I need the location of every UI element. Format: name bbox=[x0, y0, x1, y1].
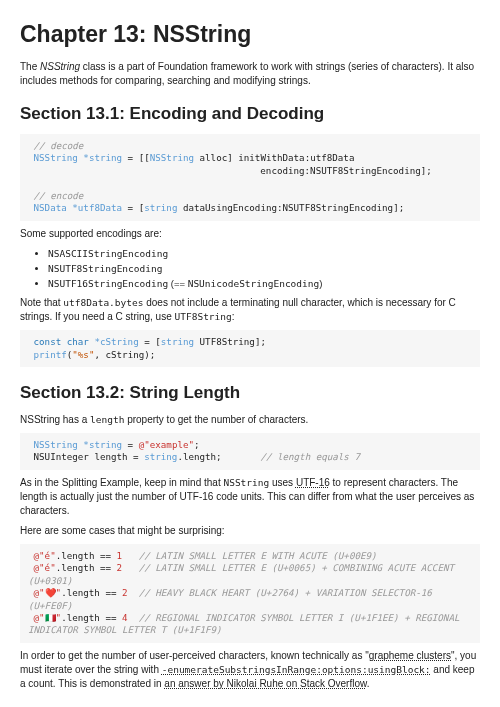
t: .length == bbox=[61, 587, 122, 598]
link[interactable]: UTF-16 bbox=[296, 477, 330, 488]
t: . bbox=[367, 678, 370, 689]
code-block-surprising: @"é".length == 1 // LATIN SMALL LETTER E… bbox=[20, 544, 480, 643]
inline-code: NSString bbox=[223, 477, 269, 488]
t: uses bbox=[269, 477, 296, 488]
code-comment: // encode bbox=[28, 190, 83, 201]
t: = [[ bbox=[122, 152, 150, 163]
t: @"é" bbox=[28, 562, 56, 573]
t: printf bbox=[28, 349, 67, 360]
t: ; bbox=[194, 439, 200, 450]
t: const bbox=[28, 336, 61, 347]
code-block-encoding: // decode NSString *string = [[NSString … bbox=[20, 134, 480, 221]
t: // length equals 7 bbox=[260, 451, 360, 462]
encoding-list: NSASCIIStringEncoding NSUTF8StringEncodi… bbox=[20, 247, 480, 291]
t: NSString bbox=[28, 152, 78, 163]
t: : bbox=[232, 311, 235, 322]
intro-paragraph: The NSString class is a part of Foundati… bbox=[20, 60, 480, 88]
t: string bbox=[161, 336, 194, 347]
paragraph: In order to get the number of user-perce… bbox=[20, 649, 480, 691]
t: @"example" bbox=[139, 439, 194, 450]
t: char bbox=[61, 336, 89, 347]
link[interactable]: grapheme clusters bbox=[369, 650, 451, 661]
t: string bbox=[144, 451, 177, 462]
t: *cString bbox=[89, 336, 139, 347]
list-item: NSUTF16StringEncoding (== NSUnicodeStrin… bbox=[48, 277, 480, 290]
t: string bbox=[144, 202, 177, 213]
code-comment: // decode bbox=[28, 140, 83, 151]
t: = bbox=[122, 439, 139, 450]
code-block-cstring: const char *cString = [string UTF8String… bbox=[20, 330, 480, 367]
t: As in the Splitting Example, keep in min… bbox=[20, 477, 223, 488]
list-item: NSASCIIStringEncoding bbox=[48, 247, 480, 260]
t: UTF8String]; bbox=[194, 336, 266, 347]
inline-code: length bbox=[90, 414, 124, 425]
text: class is a part of Foundation framework … bbox=[20, 61, 474, 86]
t: dataUsingEncoding:NSUTF8StringEncoding]; bbox=[177, 202, 404, 213]
list-item: NSUTF8StringEncoding bbox=[48, 262, 480, 275]
t: = [ bbox=[122, 202, 144, 213]
t: NSString bbox=[150, 152, 194, 163]
t: , cString); bbox=[94, 349, 155, 360]
chapter-title: Chapter 13: NSString bbox=[20, 18, 480, 50]
t: // LATIN SMALL LETTER E WITH ACUTE (U+00… bbox=[122, 550, 376, 561]
paragraph: NSString has a length property to get th… bbox=[20, 413, 480, 427]
t: NSString bbox=[28, 439, 78, 450]
t: *string bbox=[78, 439, 122, 450]
paragraph: As in the Splitting Example, keep in min… bbox=[20, 476, 480, 518]
t: NSString has a bbox=[20, 414, 90, 425]
t: *string bbox=[78, 152, 122, 163]
t: encoding:NSUTF8StringEncoding]; bbox=[28, 165, 432, 176]
text: The bbox=[20, 61, 40, 72]
t: (== bbox=[168, 278, 188, 289]
t: .length == bbox=[56, 562, 117, 573]
t: "%s" bbox=[72, 349, 94, 360]
t: NSUInteger length = bbox=[28, 451, 144, 462]
class-name: NSString bbox=[40, 61, 80, 72]
paragraph: Note that utf8Data.bytes does not includ… bbox=[20, 296, 480, 324]
t: *utf8Data bbox=[67, 202, 122, 213]
t: property to get the number of characters… bbox=[124, 414, 308, 425]
section-1-title: Section 13.1: Encoding and Decoding bbox=[20, 102, 480, 126]
t: @"🇮🇹" bbox=[28, 612, 61, 623]
t: = [ bbox=[139, 336, 161, 347]
paragraph: Here are some cases that might be surpri… bbox=[20, 524, 480, 538]
t: ) bbox=[319, 278, 322, 289]
t: .length == bbox=[56, 550, 117, 561]
t: In order to get the number of user-perce… bbox=[20, 650, 369, 661]
t: NSData bbox=[28, 202, 67, 213]
t: @"❤️" bbox=[28, 587, 61, 598]
t: Note that bbox=[20, 297, 63, 308]
t: NSUnicodeStringEncoding bbox=[188, 278, 320, 289]
t: NSUTF16StringEncoding bbox=[48, 278, 168, 289]
t: .length == bbox=[61, 612, 122, 623]
code-block-length: NSString *string = @"example"; NSUIntege… bbox=[20, 433, 480, 470]
t: alloc] initWithData:utf8Data bbox=[194, 152, 354, 163]
inline-code: utf8Data.bytes bbox=[63, 297, 143, 308]
inline-code: UTF8String bbox=[175, 311, 232, 322]
section-2-title: Section 13.2: String Length bbox=[20, 381, 480, 405]
link[interactable]: an answer by Nikolai Ruhe on Stack Overf… bbox=[164, 678, 366, 689]
paragraph: Some supported encodings are: bbox=[20, 227, 480, 241]
link-code[interactable]: -enumerateSubstringsInRange:options:usin… bbox=[162, 664, 431, 675]
t: @"é" bbox=[28, 550, 56, 561]
t: .length; bbox=[177, 451, 260, 462]
